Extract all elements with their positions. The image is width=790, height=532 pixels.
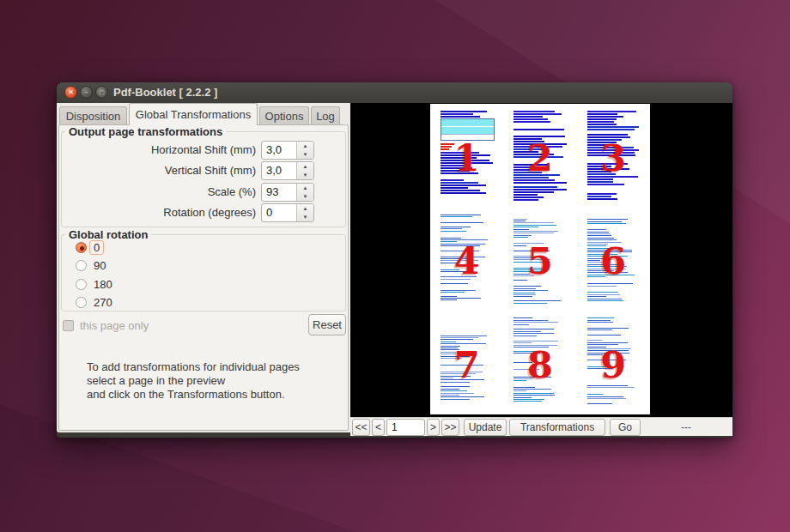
rotation-value[interactable]: 0 xyxy=(262,204,296,221)
preview-pane: 1 2 3 4 5 6 7 8 9 << < > xyxy=(350,103,732,436)
radio-label: 0 xyxy=(89,240,104,255)
tab-options[interactable]: Options xyxy=(259,106,309,125)
preview-page-3[interactable]: 3 xyxy=(577,104,650,208)
minimize-icon: − xyxy=(84,89,88,96)
page-number: 1 xyxy=(454,136,480,179)
preview-page-2[interactable]: 2 xyxy=(503,104,576,208)
spinner-buttons[interactable]: ▲▼ xyxy=(296,162,313,179)
output-transformations-frame: Output page transformations Horizontal S… xyxy=(61,131,346,227)
app-window: ✕ − ▢ Pdf-Booklet [ 2.2.2 ] Disposition … xyxy=(57,82,732,438)
close-icon: ✕ xyxy=(68,89,74,96)
vertical-shift-spinner[interactable]: 3,0 ▲▼ xyxy=(261,161,314,180)
rotation-radio-90[interactable]: 90 xyxy=(76,258,106,272)
arrow-down-icon[interactable]: ▼ xyxy=(297,150,313,159)
radio-label: 90 xyxy=(94,259,106,272)
help-text: To add transformations for individual pa… xyxy=(87,360,300,402)
preview-sheet: 1 2 3 4 5 6 7 8 9 xyxy=(430,104,650,414)
settings-pane: Disposition Global Transformations Optio… xyxy=(57,103,350,432)
horizontal-shift-spinner[interactable]: 3,0 ▲▼ xyxy=(261,141,314,160)
page-number: 8 xyxy=(527,343,553,386)
preview-page-6[interactable]: 6 xyxy=(577,208,650,311)
page-number: 4 xyxy=(454,239,480,282)
reset-button[interactable]: Reset xyxy=(308,314,346,336)
arrow-up-icon[interactable]: ▲ xyxy=(297,204,313,213)
page-number: 3 xyxy=(600,136,626,179)
frame-title: Output page transformations xyxy=(65,125,226,138)
page-number-input[interactable] xyxy=(386,419,425,436)
scale-value[interactable]: 93 xyxy=(262,184,296,201)
go-button[interactable]: Go xyxy=(610,419,641,436)
arrow-down-icon[interactable]: ▼ xyxy=(297,171,313,179)
close-button[interactable]: ✕ xyxy=(64,86,77,99)
arrow-down-icon[interactable]: ▼ xyxy=(297,192,313,201)
spinner-buttons[interactable]: ▲▼ xyxy=(296,204,313,221)
this-page-only-row: this page only xyxy=(63,318,149,332)
scale-spinner[interactable]: 93 ▲▼ xyxy=(261,183,314,202)
scale-label: Scale (%) xyxy=(65,183,256,202)
preview-page-7[interactable]: 7 xyxy=(430,311,503,414)
page-number: 9 xyxy=(600,343,626,386)
tab-page-global-transformations: Output page transformations Horizontal S… xyxy=(58,124,349,431)
help-line: To add transformations for individual pa… xyxy=(87,360,300,374)
tab-global-transformations[interactable]: Global Transformations xyxy=(129,103,258,125)
window-title: Pdf-Booklet [ 2.2.2 ] xyxy=(113,82,217,103)
spinner-buttons[interactable]: ▲▼ xyxy=(296,184,313,201)
rotation-radio-270[interactable]: 270 xyxy=(76,295,112,309)
horizontal-shift-value[interactable]: 3,0 xyxy=(262,142,296,159)
preview-toolbar: << < > >> Update Transformations Go --- xyxy=(350,417,732,436)
radio-icon xyxy=(76,279,87,290)
radio-label: 180 xyxy=(94,278,112,291)
this-page-only-checkbox[interactable] xyxy=(63,320,74,331)
vertical-shift-label: Vertical Shift (mm) xyxy=(65,161,256,180)
this-page-only-label: this page only xyxy=(80,319,149,332)
global-rotation-frame: Global rotation 0 90 180 270 xyxy=(61,234,346,311)
radio-icon xyxy=(76,297,87,308)
horizontal-shift-label: Horizontal Shift (mm) xyxy=(65,141,256,160)
preview-page-5[interactable]: 5 xyxy=(503,208,576,311)
last-page-button[interactable]: >> xyxy=(441,419,459,436)
radio-icon xyxy=(76,242,87,253)
arrow-down-icon[interactable]: ▼ xyxy=(297,213,313,221)
arrow-up-icon[interactable]: ▲ xyxy=(297,142,313,150)
desktop: ✕ − ▢ Pdf-Booklet [ 2.2.2 ] Disposition … xyxy=(0,0,790,532)
preview-canvas: 1 2 3 4 5 6 7 8 9 xyxy=(350,103,732,417)
spinner-buttons[interactable]: ▲▼ xyxy=(296,142,313,159)
maximize-button[interactable]: ▢ xyxy=(95,86,108,99)
vertical-shift-value[interactable]: 3,0 xyxy=(262,162,296,179)
preview-page-1[interactable]: 1 xyxy=(430,104,503,208)
preview-page-9[interactable]: 9 xyxy=(577,311,650,414)
page-number: 2 xyxy=(527,136,553,179)
rotation-label: Rotation (degrees) xyxy=(65,203,256,222)
update-button[interactable]: Update xyxy=(464,419,507,436)
client-area: Disposition Global Transformations Optio… xyxy=(57,103,732,438)
rotation-radio-180[interactable]: 180 xyxy=(76,277,112,291)
titlebar[interactable]: ✕ − ▢ Pdf-Booklet [ 2.2.2 ] xyxy=(57,82,732,104)
help-line: select a page in the preview xyxy=(87,374,300,388)
arrow-up-icon[interactable]: ▲ xyxy=(297,162,313,171)
maximize-icon: ▢ xyxy=(99,89,105,95)
first-page-button[interactable]: << xyxy=(352,419,370,436)
help-line: and click on the Transformations button. xyxy=(87,388,300,402)
tab-disposition[interactable]: Disposition xyxy=(59,106,127,125)
page-number: 6 xyxy=(600,239,626,282)
status-label: --- xyxy=(681,419,691,436)
radio-icon xyxy=(76,260,87,271)
rotation-spinner[interactable]: 0 ▲▼ xyxy=(261,203,314,222)
prev-page-button[interactable]: < xyxy=(372,419,385,436)
frame-title: Global rotation xyxy=(65,228,151,241)
tab-log[interactable]: Log xyxy=(311,106,340,125)
page-number: 7 xyxy=(454,343,480,386)
minimize-button[interactable]: − xyxy=(80,86,93,99)
page-number: 5 xyxy=(527,239,553,282)
transformations-button[interactable]: Transformations xyxy=(509,419,605,436)
next-page-button[interactable]: > xyxy=(427,419,440,436)
radio-label: 270 xyxy=(94,296,112,309)
rotation-radio-0[interactable]: 0 xyxy=(76,240,104,254)
arrow-up-icon[interactable]: ▲ xyxy=(297,184,313,192)
preview-page-8[interactable]: 8 xyxy=(503,311,576,414)
preview-page-4[interactable]: 4 xyxy=(430,208,503,311)
